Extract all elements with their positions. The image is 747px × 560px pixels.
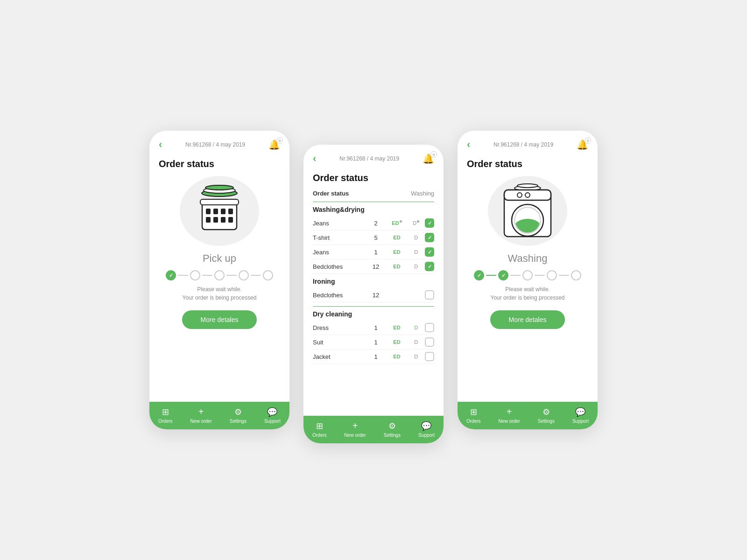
item-qty: 1 (366, 324, 387, 331)
step-line-1-3 (226, 275, 237, 276)
item-checkbox[interactable] (425, 262, 434, 271)
svg-point-15 (517, 184, 538, 188)
svg-rect-6 (213, 209, 218, 214)
nav-settings-label-2: Settings (384, 433, 401, 438)
screen3-status: Washing (467, 252, 588, 265)
table-row: Jeans 2 ED D (313, 216, 434, 231)
svg-rect-4 (200, 199, 239, 205)
item-name: Jeans (313, 249, 366, 256)
step-3-3 (522, 270, 533, 280)
item-checkbox[interactable] (425, 218, 434, 228)
nav-settings-2[interactable]: ⚙ Settings (384, 421, 401, 438)
notification-button-1[interactable]: 🔔 0 (268, 139, 280, 150)
nav-support-label-2: Support (418, 433, 435, 438)
section-ironing: Ironing (313, 278, 434, 285)
progress-steps-3 (467, 270, 588, 280)
svg-rect-5 (206, 209, 211, 214)
nav-neworder-label-1: New order (190, 419, 212, 424)
svg-rect-12 (228, 217, 233, 223)
item-d: D (408, 235, 425, 240)
screen1-title: Order status (159, 159, 280, 169)
item-ed: ED (387, 235, 408, 240)
phone-screen-1: ‹ Nr.961268 / 4 may 2019 🔔 0 Order statu… (149, 131, 289, 429)
nav-orders-1[interactable]: ⊞ Orders (158, 407, 173, 424)
nav-settings-1[interactable]: ⚙ Settings (230, 407, 247, 424)
nav-support-2[interactable]: 💬 Support (418, 421, 435, 438)
svg-rect-11 (221, 217, 226, 223)
order-ref-1: Nr.961268 / 4 may 2019 (185, 141, 245, 148)
order-detail-header: Order status Washing (313, 190, 434, 197)
header-1: ‹ Nr.961268 / 4 may 2019 🔔 0 (149, 131, 289, 154)
svg-rect-9 (206, 217, 211, 223)
notification-button-2[interactable]: 🔔 0 (423, 153, 434, 164)
item-name: Bedclothes (313, 292, 366, 299)
item-name: Suit (313, 339, 366, 346)
progress-text-3: Please wait while. Your order is being p… (467, 285, 588, 302)
nav-support-label-3: Support (572, 419, 589, 424)
header-3: ‹ Nr.961268 / 4 may 2019 🔔 0 (458, 131, 598, 154)
bottom-nav-3: ⊞ Orders + New order ⚙ Settings 💬 Suppor… (458, 402, 598, 429)
washing-machine-icon (497, 181, 558, 241)
svg-rect-7 (221, 209, 226, 214)
nav-orders-2[interactable]: ⊞ Orders (312, 421, 327, 438)
nav-neworder-1[interactable]: + New order (190, 406, 212, 424)
item-checkbox[interactable] (425, 323, 434, 332)
nav-neworder-label-3: New order (499, 419, 520, 424)
order-ref-2: Nr.961268 / 4 may 2019 (339, 155, 399, 162)
body-3: Order status (458, 154, 598, 402)
step-line-3-2 (510, 275, 521, 276)
more-details-button-3[interactable]: More detales (490, 310, 565, 329)
step-line-3-1 (486, 275, 496, 276)
nav-settings-3[interactable]: ⚙ Settings (538, 407, 555, 424)
nav-support-1[interactable]: 💬 Support (264, 407, 281, 424)
table-row: Bedclothes 12 (313, 288, 434, 302)
settings-icon-3: ⚙ (543, 407, 550, 417)
notif-badge-1: 0 (276, 137, 283, 144)
back-button-3[interactable]: ‹ (467, 140, 470, 150)
illustration-area-1 (159, 176, 280, 246)
item-qty: 5 (366, 234, 387, 241)
notification-button-3[interactable]: 🔔 0 (577, 139, 588, 150)
step-3-4 (547, 270, 557, 280)
item-checkbox[interactable] (425, 352, 434, 361)
item-checkbox[interactable] (425, 290, 434, 300)
settings-icon-1: ⚙ (234, 407, 242, 417)
nav-orders-3[interactable]: ⊞ Orders (466, 407, 481, 424)
item-checkbox[interactable] (425, 337, 434, 347)
settings-icon-2: ⚙ (388, 421, 396, 431)
item-checkbox[interactable] (425, 233, 434, 242)
neworder-icon-1: + (198, 406, 204, 417)
nav-neworder-2[interactable]: + New order (345, 420, 366, 438)
item-qty: 12 (366, 263, 387, 270)
support-icon-3: 💬 (575, 407, 585, 417)
step-1-2 (190, 270, 200, 280)
nav-support-label-1: Support (264, 419, 281, 424)
divider-middle (313, 306, 434, 307)
notif-badge-3: 0 (585, 137, 591, 144)
step-3-5 (571, 270, 581, 280)
item-d: D (408, 354, 425, 359)
item-d: D (408, 325, 425, 330)
back-button-1[interactable]: ‹ (159, 140, 162, 150)
item-qty: 12 (366, 292, 387, 299)
svg-point-2 (205, 185, 233, 190)
progress-text-1: Please wait while. Your order is being p… (159, 285, 280, 302)
order-ref-3: Nr.961268 / 4 may 2019 (493, 141, 553, 148)
item-checkbox[interactable] (425, 247, 434, 257)
support-icon-1: 💬 (267, 407, 277, 417)
step-1-3 (214, 270, 225, 280)
step-1-4 (239, 270, 249, 280)
table-row: Bedclothes 12 ED D (313, 259, 434, 274)
header-2: ‹ Nr.961268 / 4 may 2019 🔔 0 (303, 145, 444, 168)
neworder-icon-3: + (507, 406, 512, 417)
nav-neworder-3[interactable]: + New order (499, 406, 520, 424)
screen3-title: Order status (467, 159, 588, 169)
more-details-button-1[interactable]: More detales (182, 310, 257, 329)
nav-support-3[interactable]: 💬 Support (572, 407, 589, 424)
screens-container: ‹ Nr.961268 / 4 may 2019 🔔 0 Order statu… (149, 117, 598, 443)
table-row: Suit 1 ED D (313, 335, 434, 350)
item-ed: ED (387, 264, 408, 269)
back-button-2[interactable]: ‹ (313, 154, 316, 164)
svg-rect-16 (504, 190, 551, 200)
item-d: D (408, 339, 425, 345)
